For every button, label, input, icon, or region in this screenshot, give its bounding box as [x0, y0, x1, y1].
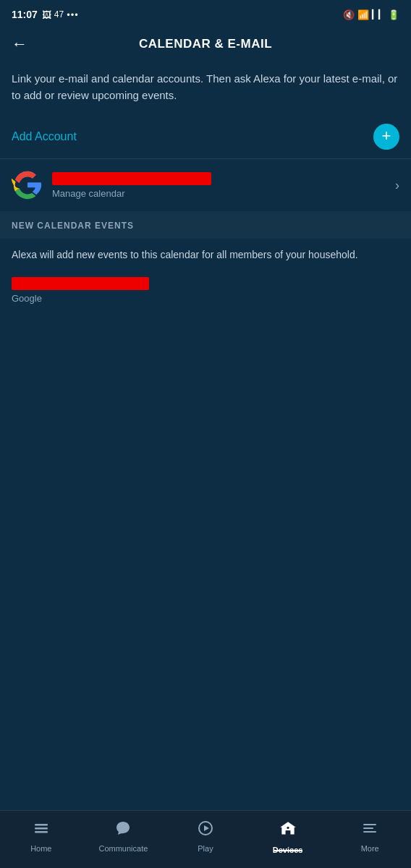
header: ← CALENDAR & E-MAIL	[0, 26, 411, 65]
account-email-redacted	[52, 172, 211, 185]
section-description: Alexa will add new events to this calend…	[0, 239, 411, 268]
status-icons-left: 🖼 47 •••	[42, 9, 79, 20]
status-right: 🔇 📶 ▎▎ 🔋	[343, 9, 399, 20]
more-nav-label: More	[361, 844, 379, 853]
add-account-label[interactable]: Add Account	[12, 130, 77, 143]
battery-percent: 47	[54, 9, 64, 20]
play-nav-icon	[197, 820, 214, 841]
calendar-email-redacted	[12, 277, 149, 290]
calendar-provider: Google	[12, 293, 399, 304]
svg-point-7	[287, 827, 289, 829]
google-logo	[12, 169, 43, 201]
devices-nav-icon	[279, 820, 297, 843]
status-left: 11:07 🖼 47 •••	[12, 9, 79, 20]
svg-rect-10	[363, 831, 376, 833]
calendar-item: Google	[0, 268, 411, 312]
dots-icon: •••	[67, 9, 79, 20]
account-sub: Manage calendar	[52, 188, 395, 199]
page-description: Link your e-mail and calendar accounts. …	[0, 65, 411, 115]
photo-icon: 🖼	[42, 9, 51, 20]
plus-icon: +	[382, 128, 391, 144]
svg-rect-8	[363, 824, 376, 825]
status-time: 11:07	[12, 9, 38, 20]
nav-item-play[interactable]: Play	[164, 818, 247, 853]
signal-icon: ▎▎	[372, 9, 385, 20]
svg-rect-9	[363, 827, 373, 829]
nav-item-devices[interactable]: Devices	[247, 818, 329, 854]
nav-item-home[interactable]: Home	[0, 818, 82, 853]
home-nav-icon	[33, 820, 50, 841]
bottom-nav: Home Communicate Play Devices	[0, 810, 411, 868]
svg-rect-3	[35, 831, 48, 833]
svg-rect-6	[285, 830, 290, 834]
wifi-icon: 📶	[357, 9, 369, 20]
section-header: NEW CALENDAR EVENTS	[0, 211, 411, 239]
add-account-button[interactable]: +	[373, 124, 399, 150]
devices-underline	[274, 850, 302, 851]
svg-marker-5	[204, 825, 209, 831]
page-title: CALENDAR & E-MAIL	[33, 37, 378, 51]
play-nav-label: Play	[198, 844, 213, 853]
svg-rect-2	[35, 827, 48, 830]
account-item[interactable]: Manage calendar ›	[0, 158, 411, 211]
chevron-right-icon: ›	[395, 178, 399, 193]
home-nav-label: Home	[30, 844, 51, 853]
section-header-title: NEW CALENDAR EVENTS	[12, 221, 134, 231]
nav-item-communicate[interactable]: Communicate	[82, 818, 165, 853]
battery-icon: 🔋	[388, 9, 399, 20]
nav-item-more[interactable]: More	[329, 818, 411, 853]
mute-icon: 🔇	[343, 9, 355, 20]
svg-rect-1	[35, 824, 48, 826]
communicate-nav-icon	[114, 820, 132, 841]
communicate-nav-label: Communicate	[98, 844, 148, 853]
back-button[interactable]: ←	[12, 32, 33, 56]
add-account-row: Add Account +	[0, 115, 411, 158]
more-nav-icon	[361, 820, 378, 841]
status-bar: 11:07 🖼 47 ••• 🔇 📶 ▎▎ 🔋	[0, 0, 411, 26]
account-info: Manage calendar	[52, 172, 395, 199]
